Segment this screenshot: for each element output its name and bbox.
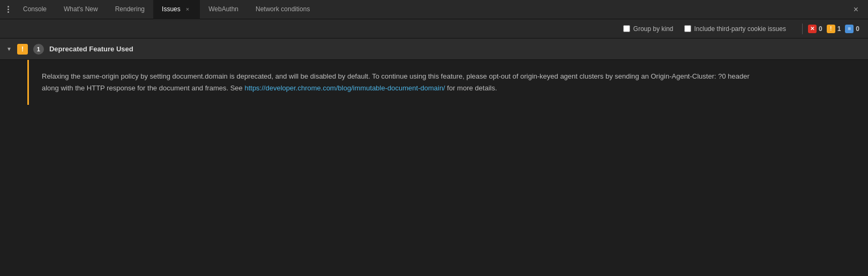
tab-issues-label: Issues — [162, 5, 181, 13]
tab-whats-new[interactable]: What's New — [55, 0, 107, 19]
info-badge[interactable]: ≡ 0 — [845, 25, 859, 33]
close-panel-button[interactable]: × — [846, 5, 866, 14]
section-title: Deprecated Feature Used — [49, 45, 133, 53]
toolbar-separator — [802, 24, 803, 34]
tab-webauthn-label: WebAuthn — [208, 5, 238, 13]
deprecated-feature-section-header[interactable]: ▼ ! 1 Deprecated Feature Used — [0, 39, 868, 60]
tab-issues[interactable]: Issues × — [153, 0, 200, 19]
issue-description: Relaxing the same-origin policy by setti… — [29, 60, 779, 105]
badge-group: ✕ 0 ! 1 ≡ 0 — [808, 25, 859, 33]
info-icon: ≡ — [845, 25, 854, 33]
error-icon: ✕ — [808, 25, 817, 33]
group-by-kind-checkbox[interactable] — [623, 25, 630, 32]
more-tabs-button[interactable] — [2, 6, 14, 13]
error-badge[interactable]: ✕ 0 — [808, 25, 822, 33]
tab-console-label: Console — [23, 5, 47, 13]
tab-console[interactable]: Console — [14, 0, 55, 19]
warning-icon: ! — [827, 25, 835, 33]
tab-network-conditions[interactable]: Network conditions — [247, 0, 318, 19]
group-by-kind-label[interactable]: Group by kind — [633, 25, 674, 33]
chevron-icon: ▼ — [6, 46, 12, 52]
include-third-party-checkbox[interactable] — [684, 25, 691, 32]
error-count: 0 — [819, 25, 822, 33]
warning-badge[interactable]: ! 1 — [827, 25, 841, 33]
warning-count: 1 — [837, 25, 841, 33]
issues-toolbar: Group by kind Include third-party cookie… — [0, 19, 868, 39]
issues-panel: ▼ ! 1 Deprecated Feature Used Relaxing t… — [0, 39, 868, 105]
tab-rendering[interactable]: Rendering — [107, 0, 153, 19]
tab-webauthn[interactable]: WebAuthn — [200, 0, 247, 19]
tab-rendering-label: Rendering — [115, 5, 145, 13]
issue-row: Relaxing the same-origin policy by setti… — [0, 60, 868, 105]
tab-bar: Console What's New Rendering Issues × We… — [0, 0, 868, 19]
info-count: 0 — [856, 25, 859, 33]
include-third-party-group: Include third-party cookie issues — [684, 25, 786, 33]
issue-link[interactable]: https://developer.chrome.com/blog/immuta… — [244, 84, 445, 92]
issue-text-after-link: for more details. — [445, 84, 497, 92]
section-count-badge: 1 — [33, 44, 44, 55]
tab-issues-close[interactable]: × — [184, 5, 191, 13]
tab-network-conditions-label: Network conditions — [256, 5, 310, 13]
section-warning-icon: ! — [17, 44, 28, 55]
include-third-party-label[interactable]: Include third-party cookie issues — [694, 25, 786, 33]
group-by-kind-group: Group by kind — [623, 25, 674, 33]
tab-whats-new-label: What's New — [64, 5, 98, 13]
